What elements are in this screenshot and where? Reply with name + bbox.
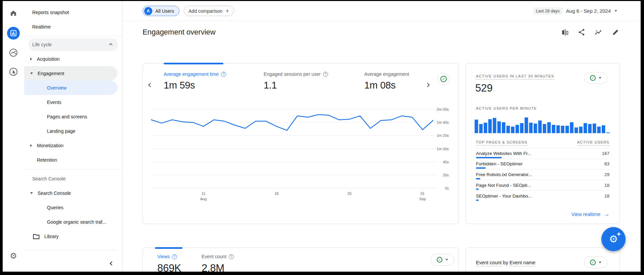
help-icon[interactable]: ? [323, 72, 328, 77]
row-value-bar [476, 200, 479, 201]
sidebar-item-label: Realtime [32, 24, 51, 30]
metrics-scroll-right-icon[interactable] [426, 82, 429, 88]
metric-label: Engaged sessions per user [264, 71, 321, 77]
expand-arrow-icon[interactable] [30, 58, 32, 60]
data-quality-dropdown[interactable]: ✓ [431, 254, 454, 266]
metric-tab-engaged-sessions-per-user[interactable]: Engaged sessions per user? 1.1 [264, 71, 328, 91]
check-icon: ✓ [440, 76, 447, 82]
sidebar-item-engagement[interactable]: Engagement [24, 66, 117, 80]
event-count-by-event-name-card: Event count by Event name ✓ [466, 248, 620, 272]
metric-value: 869K [157, 262, 181, 272]
collapse-sidebar-icon[interactable] [110, 260, 113, 266]
advertising-icon[interactable] [9, 67, 18, 76]
card-title: Event count by Event name [476, 260, 535, 265]
sidebar-item-label: Monetization [37, 143, 63, 148]
sidebar-item-label: Engagement [38, 71, 64, 76]
metric-tab-views[interactable]: Views? 869K [157, 254, 181, 272]
sidebar-item-acquisition[interactable]: Acquisition [24, 52, 117, 66]
sidebar-item-label: Queries [47, 205, 63, 210]
sparkle-icon [616, 232, 621, 236]
column-header-active-users[interactable]: ACTIVE USERS [577, 140, 609, 146]
svg-text:11: 11 [202, 191, 205, 196]
table-row[interactable]: Free Robots.txt Generator...29 [476, 169, 609, 180]
views-event-count-card: Views? 869K Event count? 2.8M ✓ [143, 248, 459, 272]
collapse-arrow-icon[interactable] [30, 192, 33, 194]
metric-label: Event count [202, 254, 226, 259]
date-range-picker[interactable]: Last 28 days Aug 6 - Sep 2, 2024 [533, 7, 617, 15]
sidebar-item-search-console[interactable]: Search Console [24, 186, 117, 200]
view-realtime-link[interactable]: View realtime → [571, 211, 609, 218]
sidebar-divider [24, 36, 122, 36]
sidebar-item-queries[interactable]: Queries [24, 200, 117, 215]
add-comparison-button[interactable]: Add comparison + [184, 6, 234, 16]
caret-down-icon [599, 77, 601, 79]
column-header-top-pages[interactable]: TOP PAGES & SCREENS [476, 140, 528, 146]
sidebar-item-label: Google organic search traf... [47, 219, 106, 225]
date-range-preset-badge: Last 28 days [533, 7, 562, 15]
check-icon: ✓ [590, 260, 596, 265]
table-row[interactable]: Forbidden - SEOptimer63 [476, 159, 609, 170]
all-users-segment-chip[interactable]: A All Users [143, 6, 179, 16]
metric-value: 1m 59s [164, 80, 226, 91]
add-comparison-label: Add comparison [189, 8, 222, 14]
sidebar-item-monetization[interactable]: Monetization [24, 138, 117, 153]
realtime-card: ACTIVE USERS IN LAST 30 MINUTES ✓ 529 AC… [466, 63, 620, 224]
table-row[interactable]: Analyze Websites With Fr...167 [476, 148, 609, 159]
sidebar-item-retention[interactable]: Retention [24, 153, 117, 167]
folder-icon [33, 233, 40, 239]
svg-text:2m 00s: 2m 00s [437, 107, 449, 111]
chevron-up-icon [109, 43, 113, 46]
compare-icon[interactable] [561, 29, 569, 36]
dimension-selector[interactable]: Event name [509, 260, 535, 266]
title-connector: by [503, 260, 508, 265]
svg-text:18: 18 [274, 191, 278, 196]
expand-arrow-icon[interactable] [30, 144, 32, 147]
metric-tab-average-engagement-time[interactable]: Average engagement time? 1m 59s [164, 71, 226, 91]
sidebar-item-overview[interactable]: Overview [24, 80, 117, 95]
selected-tab-indicator [164, 63, 223, 64]
share-icon[interactable] [578, 29, 585, 36]
sidebar-item-landing-page[interactable]: Landing page [24, 124, 117, 138]
insights-icon[interactable] [594, 29, 602, 36]
metrics-scroll-left-icon[interactable] [149, 82, 152, 88]
report-titlebar: Engagement overview [122, 21, 641, 43]
sidebar-item-events[interactable]: Events [24, 95, 117, 109]
help-icon[interactable]: ? [229, 254, 234, 259]
sidebar-section-life-cycle[interactable]: Life cycle [28, 38, 118, 51]
insights-fab-button[interactable]: ⚙ [601, 227, 626, 251]
sidebar-item-pages-and-screens[interactable]: Pages and screens [24, 109, 117, 124]
row-value-bar [476, 178, 480, 179]
metric-tab-event-count[interactable]: Event count? 2.8M [202, 254, 234, 272]
svg-text:1m 40s: 1m 40s [437, 120, 449, 124]
page-title: Engagement overview [143, 28, 216, 37]
home-icon[interactable] [9, 9, 17, 17]
segment-avatar: A [144, 7, 152, 15]
sidebar-item-library[interactable]: Library [24, 229, 117, 243]
data-quality-dropdown[interactable]: ✓ [584, 257, 607, 268]
metric-selector[interactable]: Event count [476, 260, 502, 266]
explore-icon[interactable] [9, 48, 18, 57]
sidebar-item-reports-snapshot[interactable]: Reports snapshot [24, 5, 117, 19]
sidebar-item-realtime[interactable]: Realtime [24, 19, 117, 34]
help-icon[interactable]: ? [221, 72, 226, 77]
realtime-data-quality-dropdown[interactable]: ✓ [584, 72, 607, 84]
sidebar-item-label: Landing page [47, 128, 75, 134]
edit-icon[interactable] [612, 29, 619, 36]
metric-tab-average-engagement[interactable]: Average engagement 1m 08s [364, 71, 409, 91]
active-users-30min-label[interactable]: ACTIVE USERS IN LAST 30 MINUTES [476, 74, 554, 79]
metric-value: 1.1 [264, 80, 328, 91]
reports-icon[interactable] [7, 27, 20, 40]
check-icon: ✓ [437, 257, 442, 263]
table-row[interactable]: Page Not Found - SEOpti...18 [476, 180, 609, 191]
metric-value: 2.8M [202, 262, 234, 272]
sidebar-item-label: Search Console [38, 190, 71, 196]
sidebar-item-label: Reports snapshot [32, 10, 69, 15]
row-value-bar [476, 188, 479, 190]
sidebar-item-google-organic-search[interactable]: Google organic search traf... [24, 215, 117, 229]
table-row[interactable]: SEOptimer - Your Dashbo...18 [476, 190, 609, 201]
help-icon[interactable]: ? [172, 254, 177, 259]
admin-gear-icon[interactable]: ⚙ [10, 251, 17, 261]
collapse-arrow-icon[interactable] [30, 72, 33, 74]
data-quality-check-icon[interactable]: ✓ [437, 73, 450, 85]
comparison-topbar: A All Users Add comparison + Last 28 day… [122, 1, 641, 21]
